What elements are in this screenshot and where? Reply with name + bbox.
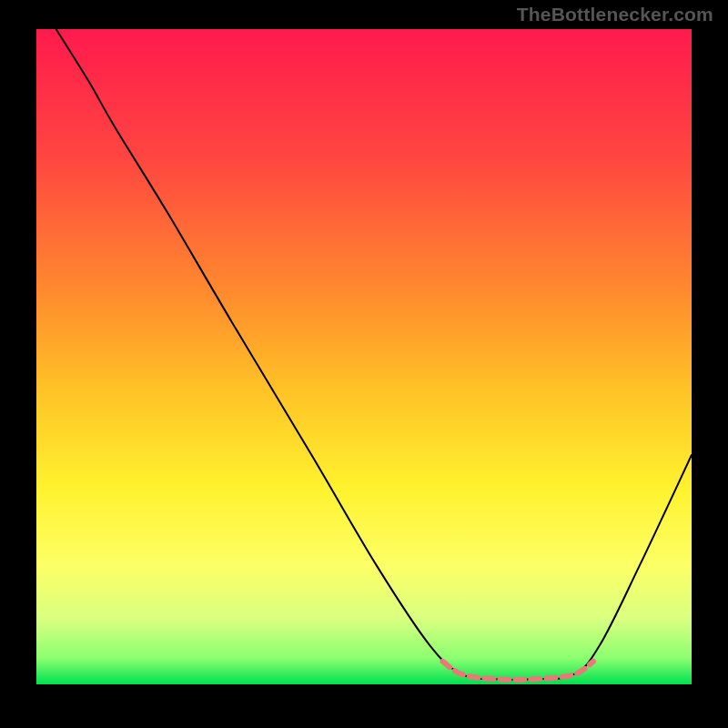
watermark-text: TheBottlenecker.com: [517, 4, 713, 25]
chart-frame: [36, 29, 692, 684]
chart-svg: [36, 29, 692, 684]
gradient-background: [36, 29, 692, 684]
